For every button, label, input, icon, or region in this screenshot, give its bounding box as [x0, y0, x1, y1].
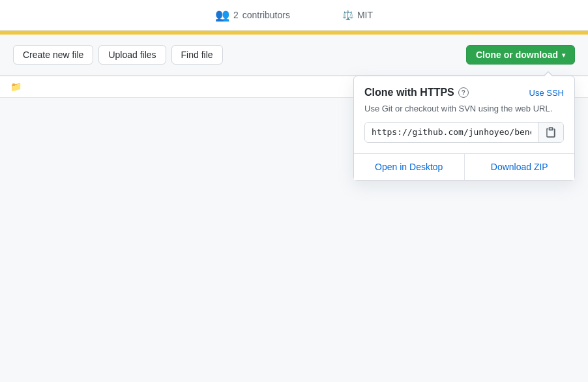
toolbar: Create new file Upload files Find file C…: [0, 35, 588, 76]
help-icon[interactable]: ?: [458, 87, 469, 98]
dropdown-caret-icon: ▾: [562, 51, 565, 59]
clone-or-download-button[interactable]: Clone or download ▾: [466, 45, 575, 65]
clone-dropdown-panel: Clone with HTTPS ? Use SSH Use Git or ch…: [353, 76, 575, 181]
top-bar: 👥 2 contributors ⚖️ MIT: [0, 0, 588, 31]
content-area: 📁 Clone with HTTPS ? Use SSH Use Git or …: [0, 76, 588, 98]
find-file-button[interactable]: Find file: [171, 45, 223, 65]
copy-url-button[interactable]: [538, 123, 563, 142]
dropdown-arrow-inner: [544, 72, 553, 77]
open-in-desktop-button[interactable]: Open in Desktop: [354, 154, 465, 180]
license-item[interactable]: ⚖️ MIT: [342, 10, 373, 20]
clone-description: Use Git or checkout with SVN using the w…: [364, 102, 564, 115]
dropdown-body: Clone with HTTPS ? Use SSH Use Git or ch…: [354, 76, 574, 153]
folder-icon: 📁: [10, 81, 22, 92]
clone-title: Clone with HTTPS ?: [364, 87, 469, 98]
license-icon: ⚖️: [342, 10, 353, 20]
use-ssh-link[interactable]: Use SSH: [529, 88, 564, 98]
dropdown-footer: Open in Desktop Download ZIP: [354, 153, 574, 180]
contributors-count: 2: [233, 10, 239, 20]
url-input-group: [364, 122, 564, 143]
clone-download-label: Clone or download: [476, 50, 558, 60]
create-new-file-button[interactable]: Create new file: [13, 45, 93, 65]
contributors-label: contributors: [243, 10, 290, 20]
contributors-item[interactable]: 👥 2 contributors: [215, 8, 290, 22]
clone-url-input[interactable]: [365, 123, 538, 142]
download-zip-button[interactable]: Download ZIP: [465, 154, 575, 180]
clipboard-icon: [545, 126, 557, 138]
upload-files-button[interactable]: Upload files: [98, 45, 166, 65]
clone-title-text: Clone with HTTPS: [364, 87, 454, 98]
dropdown-header: Clone with HTTPS ? Use SSH: [364, 87, 564, 98]
contributors-icon: 👥: [215, 8, 229, 22]
license-label: MIT: [357, 10, 373, 20]
